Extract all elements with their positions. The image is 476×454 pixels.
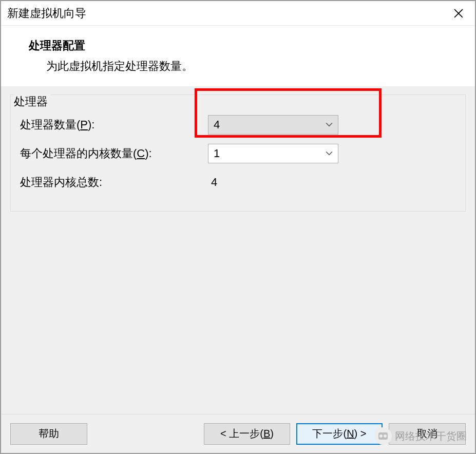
help-button[interactable]: 帮助 [10,423,87,445]
select-processor-count[interactable]: 4 [208,115,338,135]
chevron-down-icon [326,150,333,157]
label-processor-count: 处理器数量(P): [18,117,208,133]
close-button[interactable] [448,3,469,24]
select-cores-per-processor-value: 1 [214,147,220,160]
header-area: 处理器配置 为此虚拟机指定处理器数量。 [1,26,475,86]
cancel-button[interactable]: 取消 [389,423,466,445]
window-title: 新建虚拟机向导 [7,6,86,21]
page-heading: 处理器配置 [29,38,467,53]
content-area: 处理器 处理器数量(P): 4 每个处理器的内核数量(C): 1 [1,86,475,414]
groupbox-legend: 处理器 [14,94,51,109]
page-subheading: 为此虚拟机指定处理器数量。 [46,59,467,74]
value-total-cores: 4 [208,176,217,189]
wizard-window: 新建虚拟机向导 处理器配置 为此虚拟机指定处理器数量。 处理器 处理器数量(P)… [0,0,476,454]
prev-button[interactable]: < 上一步(B) [204,423,290,445]
label-total-cores: 处理器内核总数: [18,175,208,190]
titlebar: 新建虚拟机向导 [1,1,475,26]
label-cores-per-processor: 每个处理器的内核数量(C): [18,146,208,161]
chevron-down-icon [326,121,333,128]
next-button[interactable]: 下一步(N) > [296,423,383,445]
row-processor-count: 处理器数量(P): 4 [18,110,458,139]
row-cores-per-processor: 每个处理器的内核数量(C): 1 [18,139,458,168]
select-processor-count-value: 4 [214,118,220,131]
processor-groupbox: 处理器 处理器数量(P): 4 每个处理器的内核数量(C): 1 [10,94,466,212]
row-total-cores: 处理器内核总数: 4 [18,168,458,197]
select-cores-per-processor[interactable]: 1 [208,144,338,163]
close-icon [454,9,463,18]
footer: 帮助 < 上一步(B) 下一步(N) > 取消 [1,414,475,453]
